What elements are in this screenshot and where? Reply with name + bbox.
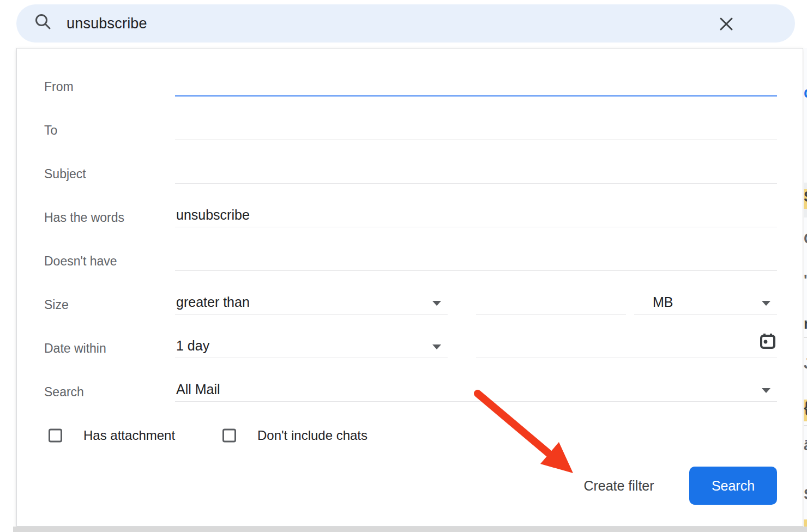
subject-label: Subject [44, 167, 86, 182]
page-behind-fragment [804, 425, 807, 426]
date-range-dropdown[interactable]: 1 day [175, 333, 448, 358]
size-operator-dropdown[interactable]: greater than [175, 289, 448, 315]
background-page-sliver: dSC'(nJ{äS [804, 48, 807, 527]
size-unit-value: MB [653, 294, 673, 310]
search-icon [34, 13, 52, 34]
date-input[interactable] [476, 333, 777, 358]
size-unit-dropdown[interactable]: MB [634, 289, 777, 315]
page-behind-fragment [804, 183, 807, 189]
row-checkboxes: Has attachment Don't include chats [17, 414, 803, 457]
has-words-label: Has the words [44, 210, 124, 225]
page-behind-fragment: { [804, 400, 807, 421]
filter-form: From To Subject Has [17, 65, 803, 457]
date-range-value: 1 day [176, 338, 209, 354]
subject-input[interactable] [175, 159, 777, 184]
create-filter-button[interactable]: Create filter [570, 467, 668, 505]
dont-include-chats-label: Don't include chats [257, 428, 368, 443]
to-label: To [44, 123, 57, 138]
doesnt-have-label: Doesn't have [44, 254, 117, 269]
size-label: Size [44, 298, 69, 312]
search-query-text[interactable]: unsubscribe [67, 15, 147, 32]
chevron-down-icon [762, 388, 770, 393]
page-behind-fragment: S [804, 487, 807, 503]
dont-include-chats-checkbox[interactable] [222, 429, 236, 443]
row-doesnt-have: Doesn't have [17, 239, 803, 283]
has-words-value: unsubscribe [176, 207, 250, 223]
search-scope-dropdown[interactable]: All Mail [175, 377, 777, 402]
date-within-label: Date within [44, 341, 106, 356]
dialog-bottom-shadow [13, 527, 807, 532]
has-attachment-label: Has attachment [83, 428, 175, 443]
search-scope-value: All Mail [176, 382, 220, 397]
doesnt-have-input[interactable] [175, 246, 777, 271]
from-input[interactable] [175, 71, 777, 96]
row-has-words: Has the words unsubscribe [17, 196, 803, 239]
page-behind-fragment: '( [804, 273, 807, 287]
search-filter-dialog: From To Subject Has [16, 48, 803, 527]
to-input[interactable] [175, 115, 777, 140]
calendar-icon[interactable] [760, 332, 776, 353]
chevron-down-icon [762, 301, 770, 306]
row-date-within: Date within 1 day [17, 327, 803, 370]
row-size: Size greater than MB [17, 283, 803, 327]
row-subject: Subject [17, 152, 803, 196]
row-from: From [17, 65, 803, 108]
page-behind-fragment: n [804, 316, 807, 332]
chevron-down-icon [432, 344, 441, 349]
size-operator-value: greater than [176, 294, 250, 310]
from-label: From [44, 80, 74, 94]
page-behind-fragment [804, 209, 807, 217]
has-words-input[interactable]: unsubscribe [175, 202, 777, 227]
page-behind-fragment: ä [804, 438, 807, 455]
search-button[interactable]: Search [689, 467, 777, 505]
page-behind-fragment: S [804, 189, 807, 209]
row-to: To [17, 108, 803, 152]
gmail-search-bar[interactable]: unsubscribe [16, 4, 795, 43]
page-behind-fragment [804, 519, 807, 527]
close-icon[interactable] [718, 15, 735, 33]
page-behind-fragment: J [804, 356, 807, 373]
page-behind-fragment: d [804, 85, 807, 104]
search-button-label: Search [712, 478, 755, 494]
row-search-scope: Search All Mail [17, 370, 803, 414]
page-behind-fragment [804, 337, 807, 338]
has-attachment-checkbox[interactable] [49, 429, 62, 443]
size-amount-input[interactable] [476, 289, 626, 315]
search-scope-label: Search [44, 385, 84, 400]
chevron-down-icon [432, 301, 441, 306]
page-behind-fragment: C [804, 231, 807, 247]
